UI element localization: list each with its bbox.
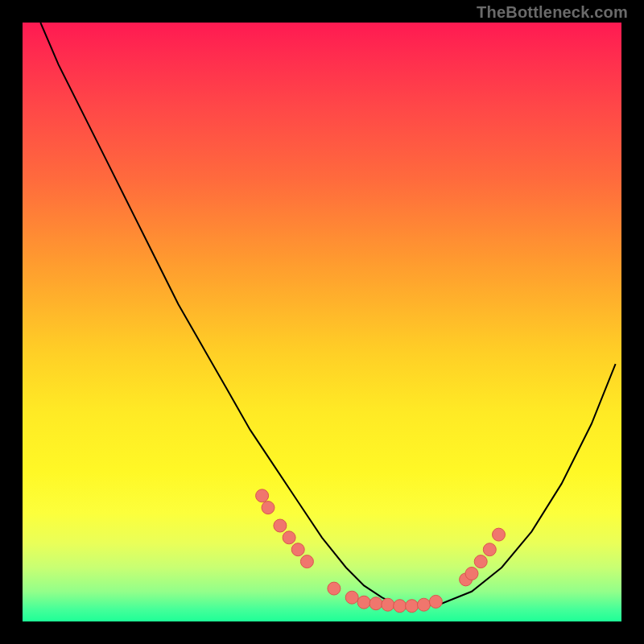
plot-area bbox=[23, 23, 621, 621]
data-marker bbox=[474, 555, 487, 568]
chart-svg bbox=[23, 23, 621, 621]
data-marker bbox=[262, 502, 275, 514]
data-marker bbox=[256, 489, 269, 502]
data-marker bbox=[483, 543, 496, 556]
data-marker bbox=[465, 568, 478, 580]
data-marker bbox=[429, 595, 442, 608]
data-marker bbox=[300, 555, 313, 568]
data-marker bbox=[418, 598, 431, 611]
data-marker bbox=[345, 591, 358, 604]
data-marker bbox=[283, 531, 295, 544]
data-marker bbox=[493, 528, 506, 541]
bottleneck-curve bbox=[40, 23, 615, 606]
data-marker bbox=[328, 582, 341, 595]
data-marker bbox=[406, 600, 419, 613]
watermark-text: TheBottleneck.com bbox=[477, 3, 628, 22]
data-marker bbox=[291, 543, 304, 556]
chart-stage: TheBottleneck.com bbox=[0, 0, 644, 644]
data-marker bbox=[369, 597, 382, 610]
data-marker bbox=[382, 598, 394, 611]
data-marker bbox=[357, 596, 370, 609]
data-marker bbox=[274, 519, 287, 532]
data-marker bbox=[394, 600, 407, 613]
